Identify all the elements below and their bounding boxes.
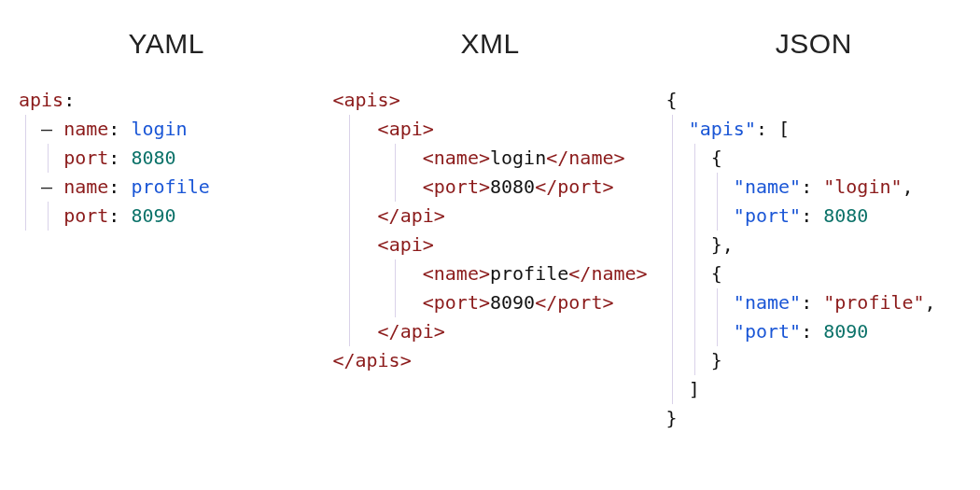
json-title: JSON xyxy=(666,28,961,60)
xml-tag-api-open: <api> xyxy=(378,118,434,140)
json-val-login: "login" xyxy=(823,175,902,198)
xml-tag-apis-open: <apis> xyxy=(332,89,399,111)
yaml-code: apis: – name: login port: 8080 – name: p… xyxy=(19,86,314,231)
json-column: JSON { "apis": [ { "name": "login", "por… xyxy=(657,19,971,433)
json-val-8090: 8090 xyxy=(823,320,868,343)
xml-val-login: login xyxy=(490,147,546,169)
code-comparison: YAML apis: – name: login port: 8080 – na… xyxy=(9,19,971,433)
xml-val-8080: 8080 xyxy=(490,175,535,198)
xml-code: <apis> <api> <name>login</name> <port>80… xyxy=(332,86,647,375)
xml-column: XML <apis> <api> <name>login</name> <por… xyxy=(323,19,656,433)
yaml-val-login: login xyxy=(131,118,187,140)
yaml-val-profile: profile xyxy=(131,175,209,198)
xml-tag-apis-close: </apis> xyxy=(332,349,411,371)
json-key-apis: "apis" xyxy=(689,118,756,140)
yaml-key-port: port xyxy=(63,147,108,169)
json-code: { "apis": [ { "name": "login", "port": 8… xyxy=(666,86,961,433)
yaml-column: YAML apis: – name: login port: 8080 – na… xyxy=(9,19,323,433)
yaml-key-name: name xyxy=(63,118,108,140)
xml-tag-api-close: </api> xyxy=(378,204,445,227)
xml-val-8090: 8090 xyxy=(490,291,535,314)
yaml-val-8090: 8090 xyxy=(131,204,175,227)
json-val-profile: "profile" xyxy=(823,291,924,314)
xml-val-profile: profile xyxy=(490,262,568,285)
xml-title: XML xyxy=(332,28,647,60)
json-val-8080: 8080 xyxy=(823,204,868,227)
yaml-title: YAML xyxy=(19,28,314,60)
yaml-val-8080: 8080 xyxy=(131,147,175,169)
yaml-key-apis: apis xyxy=(19,89,63,111)
